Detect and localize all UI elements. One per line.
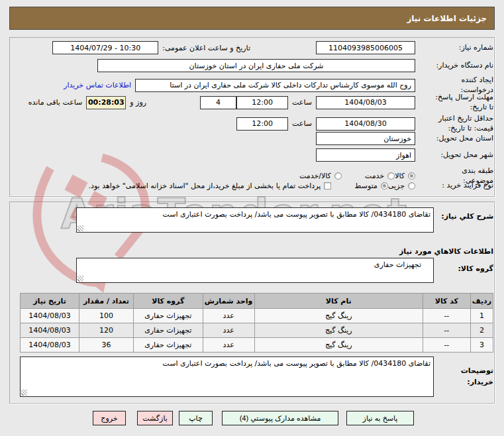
table-cell: 1: [470, 309, 493, 323]
delivery-city-field[interactable]: اهواز: [316, 148, 415, 162]
goods-table-body: 1--رینگ گیجعددتجهیزات حفاری1001404/08/03…: [21, 309, 493, 353]
announce-datetime-field[interactable]: 1404/07/29 - 10:30: [52, 41, 158, 54]
resize-grip-icon[interactable]: [77, 276, 83, 282]
remaining-time-countdown: 00:28:03: [86, 96, 126, 109]
buyer-notes-textarea[interactable]: تقاضای 0434180/ کالا مطابق با تصویر پیوس…: [20, 356, 434, 397]
announce-datetime-label: تاریخ و ساعت اعلان عمومی:: [162, 44, 250, 52]
buyer-org-field[interactable]: شرکت ملی حفاری ایران در استان خوزستان: [97, 59, 415, 72]
process-option-medium[interactable]: متوسط: [354, 182, 388, 190]
reply-deadline-time-field[interactable]: 12:00: [236, 96, 288, 109]
page-title: جزئیات اطلاعات نیاز: [9, 7, 495, 30]
table-cell: رینگ گیج: [254, 309, 423, 323]
need-number-label: شماره نیاز:: [430, 43, 493, 53]
treasury-checkbox[interactable]: [324, 182, 331, 190]
goods-table-header-cell: تاریخ نیاز: [21, 294, 79, 309]
table-cell: --: [423, 309, 470, 323]
goods-table: ردیفکد کالانام کالاواحد شمارشگروه کالاتع…: [20, 293, 493, 353]
goods-group-textarea[interactable]: تجهیزات حفاری: [76, 258, 434, 283]
radio-icon[interactable]: [387, 172, 395, 180]
table-row: 3--رینگ گیجعددتجهیزات حفاری361404/08/03: [21, 338, 493, 353]
radio-icon[interactable]: [381, 182, 388, 190]
table-cell: عدد: [203, 323, 254, 338]
remaining-time-label: ساعت باقی مانده: [28, 98, 83, 107]
reply-to-need-button[interactable]: پاسخ به نیاز: [346, 411, 414, 425]
radio-icon[interactable]: [408, 182, 415, 190]
goods-table-header-cell: کد کالا: [423, 294, 470, 309]
subject-option-goods[interactable]: کالا: [395, 172, 415, 180]
goods-section-heading: اطلاعات کالاهاي مورد نیاز: [399, 247, 493, 256]
need-description-text: تقاضای 0434180/ کالا مطابق با تصویر پیوس…: [162, 210, 430, 219]
remaining-days-field[interactable]: 4: [200, 96, 236, 109]
table-cell: تجهیزات حفاری: [133, 309, 203, 323]
goods-table-header: ردیفکد کالانام کالاواحد شمارشگروه کالاتع…: [21, 294, 493, 309]
table-cell: 36: [79, 338, 134, 353]
process-option-medium-label: متوسط: [354, 182, 378, 190]
radio-icon[interactable]: [408, 172, 415, 180]
table-row: 2--رینگ گیجعددتجهیزات حفاری1201404/08/03: [21, 323, 493, 338]
goods-table-header-cell: واحد شمارش: [203, 294, 254, 309]
table-cell: رینگ گیج: [254, 338, 423, 353]
table-cell: 1404/08/03: [21, 338, 79, 353]
delivery-province-label: استان محل تحویل:: [430, 134, 493, 144]
subject-option-goods-label: کالا: [395, 172, 405, 180]
process-option-minor[interactable]: جزیی: [388, 182, 415, 190]
table-cell: 1404/08/03: [21, 323, 79, 338]
need-description-textarea[interactable]: تقاضای 0434180/ کالا مطابق با تصویر پیوس…: [76, 207, 434, 233]
table-cell: عدد: [203, 309, 254, 323]
buyer-org-label: نام دستگاه خریدار:: [430, 61, 493, 71]
goods-table-header-cell: گروه کالا: [133, 294, 203, 309]
buyer-contact-link[interactable]: اطلاعات تماس خریدار: [64, 81, 131, 89]
buyer-notes-text: تقاضای 0434180/ کالا مطابق با تصویر پیوس…: [162, 359, 430, 368]
reply-hour-label: ساعت: [292, 98, 312, 107]
table-cell: 2: [470, 323, 493, 338]
purchase-process-label: نوع فرآیند خرید :: [430, 181, 493, 191]
remaining-days-label: روز و: [130, 98, 146, 107]
subject-option-service[interactable]: خدمت: [365, 172, 395, 180]
tender-details-page: AriaTender.net جزئیات اطلاعات نیاز شماره…: [0, 0, 504, 436]
table-cell: --: [423, 323, 470, 338]
buyer-notes-label: توضیحات خریدار:: [452, 366, 493, 388]
delivery-province-field[interactable]: خوزستان: [316, 132, 415, 145]
action-buttons: پاسخ به نیاز مشاهده مدارک پیوستي (4) چاپ…: [93, 411, 414, 425]
subject-option-service-label: خدمت: [365, 172, 384, 180]
price-validity-time-field[interactable]: 12:00: [236, 117, 288, 131]
table-cell: رینگ گیج: [254, 323, 423, 338]
reply-deadline-label: مهلت ارسال پاسخ: تا تاریخ:: [430, 93, 493, 113]
treasury-payment-option[interactable]: پرداخت تمام یا بخشی از مبلغ خرید،از محل …: [89, 182, 332, 190]
subject-option-goods-service-label: کالا/خدمت: [299, 172, 331, 180]
print-button[interactable]: چاپ: [179, 411, 213, 425]
resize-grip-icon[interactable]: [21, 390, 27, 396]
table-cell: 3: [470, 338, 493, 353]
table-row: 1--رینگ گیجعددتجهیزات حفاری1001404/08/03: [21, 309, 493, 323]
need-number-field[interactable]: 1104093985006005: [316, 41, 415, 54]
table-cell: 120: [79, 323, 134, 338]
table-cell: --: [423, 338, 470, 353]
view-attached-docs-button[interactable]: مشاهده مدارک پیوستي (4): [222, 411, 338, 425]
table-cell: 1404/08/03: [21, 309, 79, 323]
reply-deadline-date-field[interactable]: 1404/08/03: [316, 96, 415, 109]
goods-table-header-cell: نام کالا: [254, 294, 423, 309]
table-cell: تجهیزات حفاری: [133, 338, 203, 353]
exit-button[interactable]: خروج: [93, 411, 126, 425]
radio-icon[interactable]: [334, 172, 342, 180]
goods-group-text: تجهیزات حفاری: [374, 260, 421, 269]
price-validity-hour-label: ساعت: [292, 119, 312, 128]
delivery-city-label: شهر محل تحویل:: [430, 150, 493, 160]
goods-table-header-cell: ردیف: [470, 294, 493, 309]
table-cell: تجهیزات حفاری: [133, 323, 203, 338]
process-option-minor-label: جزیی: [388, 182, 405, 190]
price-validity-label: حداقل تاریخ اعتبار قیمت: تا تاریخ:: [430, 114, 493, 134]
request-creator-field[interactable]: روح الله موسوی کارشناس تدارکات داخلی کال…: [135, 79, 415, 92]
treasury-checkbox-label: پرداخت تمام یا بخشی از مبلغ خرید،از محل …: [89, 182, 321, 190]
goods-table-header-cell: تعداد / مقدار: [79, 294, 134, 309]
need-description-label: شرح کلي نیاز:: [441, 212, 493, 221]
table-cell: 100: [79, 309, 134, 323]
resize-grip-icon[interactable]: [77, 225, 83, 231]
goods-group-label: گروه کالا:: [458, 264, 493, 273]
table-cell: عدد: [203, 338, 254, 353]
price-validity-date-field[interactable]: 1404/08/30: [316, 117, 415, 131]
back-button[interactable]: بازگشت: [137, 411, 173, 425]
subject-option-goods-service[interactable]: کالا/خدمت: [299, 172, 342, 180]
